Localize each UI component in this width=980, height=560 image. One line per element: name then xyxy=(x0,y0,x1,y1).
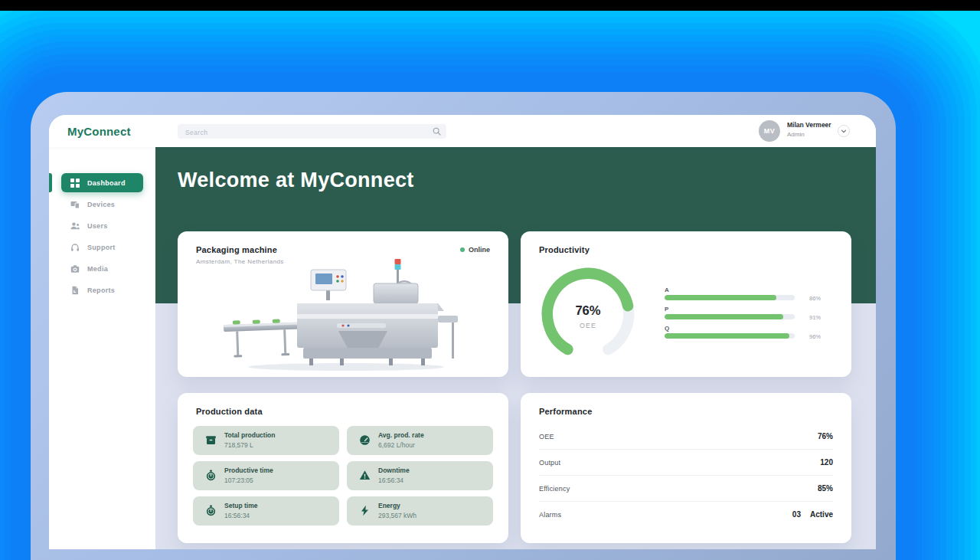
online-dot-icon xyxy=(460,247,465,252)
app-window: MyConnect MV Milan Vermeer Admin xyxy=(49,115,876,549)
perf-row-alarms: Alarms 03Active xyxy=(539,502,833,527)
search-input[interactable] xyxy=(178,126,446,140)
main-content: Welcome at MyConnect Packaging machine A… xyxy=(155,147,876,549)
sidebar-item-reports[interactable]: Reports xyxy=(61,280,143,300)
sidebar-item-users[interactable]: Users xyxy=(61,216,143,235)
search-icon xyxy=(433,127,441,136)
tile-value: 6,692 L/hour xyxy=(378,441,415,449)
alarm-status: Active xyxy=(810,510,833,519)
card-title: Performance xyxy=(539,407,592,416)
productivity-card: Productivity 76% OEE A 86 xyxy=(521,231,851,377)
camera-icon xyxy=(70,264,80,273)
bar-value: 96% xyxy=(809,333,821,340)
stopwatch-icon xyxy=(205,470,217,481)
machine-card: Packaging machine Amsterdam, The Netherl… xyxy=(178,231,508,377)
warning-icon xyxy=(359,470,371,481)
tile-energy: Energy 293,567 kWh xyxy=(347,496,493,526)
topbar: MyConnect MV Milan Vermeer Admin xyxy=(49,115,876,147)
perf-value: 03Active xyxy=(792,510,833,519)
bar-track xyxy=(665,333,795,339)
tile-label: Energy xyxy=(378,502,400,509)
sidebar-item-label: Dashboard xyxy=(87,179,126,187)
perf-row-efficiency: Efficiency 85% xyxy=(539,476,833,502)
document-icon xyxy=(70,286,80,295)
tile-label: Setup time xyxy=(224,502,257,509)
tile-label: Downtime xyxy=(378,467,410,474)
tile-value: 107:23:05 xyxy=(224,476,253,484)
tile-label: Total production xyxy=(224,431,275,439)
tile-productive-time: Productive time 107:23:05 xyxy=(193,461,339,490)
sidebar-item-dashboard[interactable]: Dashboard xyxy=(61,173,143,192)
bar-fill xyxy=(665,333,789,339)
bar-label: Q xyxy=(665,325,669,332)
sidebar-item-label: Media xyxy=(87,265,108,273)
gauge-label: OEE xyxy=(580,322,596,329)
card-title: Production data xyxy=(196,407,263,416)
tile-value: 718,579 L xyxy=(224,441,253,449)
production-tiles: Total production 718,579 L Avg. prod. r xyxy=(193,426,493,533)
oee-gauge: 76% OEE xyxy=(533,259,643,369)
bar-label: P xyxy=(665,306,668,313)
card-title: Productivity xyxy=(539,245,590,254)
gauge-icon xyxy=(359,434,371,446)
user-role: Admin xyxy=(787,131,805,138)
page-background: MyConnect MV Milan Vermeer Admin xyxy=(0,0,980,560)
performance-rows: OEE 76% Output 120 Efficiency 85% Alar xyxy=(539,424,833,527)
bar-fill xyxy=(665,295,776,300)
grid-icon xyxy=(70,178,80,188)
production-data-card: Production data Total production 718,579 xyxy=(178,393,508,543)
status-label: Online xyxy=(469,246,490,254)
sidebar-item-label: Devices xyxy=(87,201,115,208)
sidebar: Dashboard Devices xyxy=(49,147,155,549)
search-bar[interactable] xyxy=(178,124,446,139)
tile-value: 293,567 kWh xyxy=(378,512,416,519)
bar-value: 91% xyxy=(809,314,821,321)
laptop-bezel: MyConnect MV Milan Vermeer Admin xyxy=(31,92,896,560)
devices-icon xyxy=(70,200,80,209)
package-icon xyxy=(205,434,217,446)
perf-row-output: Output 120 xyxy=(539,450,833,476)
bar-value: 86% xyxy=(809,295,821,302)
performance-card: Performance OEE 76% Output 120 Efficienc… xyxy=(521,393,851,543)
headset-icon xyxy=(70,243,80,252)
top-black-strip xyxy=(0,0,980,11)
bolt-icon xyxy=(359,505,371,516)
bar-fill xyxy=(665,314,783,319)
bar-label: A xyxy=(665,287,669,293)
tile-total-production: Total production 718,579 L xyxy=(193,426,339,455)
tile-label: Avg. prod. rate xyxy=(378,431,424,439)
sidebar-item-devices[interactable]: Devices xyxy=(61,195,143,214)
users-icon xyxy=(70,221,80,231)
tile-setup-time: Setup time 16:56:34 xyxy=(193,496,339,526)
perf-value: 85% xyxy=(818,484,833,493)
perf-row-oee: OEE 76% xyxy=(539,424,833,450)
bar-track xyxy=(665,295,795,300)
chevron-down-icon xyxy=(841,129,847,134)
perf-label: Efficiency xyxy=(539,485,570,493)
sidebar-item-label: Users xyxy=(87,222,108,230)
tile-avg-prod-rate: Avg. prod. rate 6,692 L/hour xyxy=(347,426,493,455)
alarm-count: 03 xyxy=(792,510,801,519)
sidebar-item-media[interactable]: Media xyxy=(61,259,143,278)
tile-value: 16:56:34 xyxy=(224,512,250,519)
tile-label: Productive time xyxy=(224,467,273,474)
tile-downtime: Downtime 16:56:34 xyxy=(347,461,493,490)
page-title: Welcome at MyConnect xyxy=(178,169,414,192)
active-nav-indicator xyxy=(49,173,52,192)
user-name: Milan Vermeer xyxy=(787,121,831,129)
apq-bars: A 86% P 91% Q 96% xyxy=(665,287,841,340)
stopwatch-icon xyxy=(205,505,217,516)
tile-value: 16:56:34 xyxy=(378,476,403,484)
perf-label: Alarms xyxy=(539,511,561,519)
sidebar-item-support[interactable]: Support xyxy=(61,237,143,257)
perf-label: Output xyxy=(539,459,560,467)
bar-track xyxy=(665,314,795,319)
user-menu-button[interactable] xyxy=(838,125,850,137)
perf-value: 120 xyxy=(820,458,833,467)
sidebar-item-label: Support xyxy=(87,244,116,251)
perf-value: 76% xyxy=(818,432,833,440)
perf-label: OEE xyxy=(539,433,554,440)
avatar[interactable]: MV xyxy=(759,120,780,142)
machine-image xyxy=(222,257,464,372)
card-title: Packaging machine xyxy=(196,245,277,254)
